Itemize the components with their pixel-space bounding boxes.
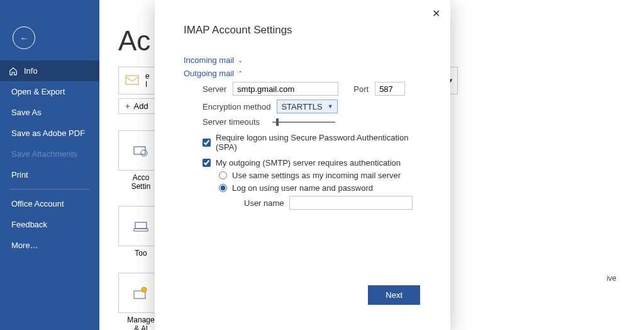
sidebar-item-save-attachments: Save Attachments <box>0 144 99 164</box>
spa-label: Require logon using Secure Password Auth… <box>216 133 429 152</box>
outgoing-label: Outgoing mail <box>184 69 234 78</box>
svg-point-6 <box>142 287 147 292</box>
sidebar-label: More… <box>11 241 38 250</box>
slider-thumb-icon[interactable] <box>276 118 279 126</box>
timeouts-label: Server timeouts <box>203 117 260 127</box>
server-label: Server <box>203 84 226 94</box>
sidebar-label: Print <box>11 170 28 179</box>
smtp-auth-checkbox[interactable] <box>203 159 211 167</box>
spa-checkbox[interactable] <box>203 139 211 147</box>
sidebar-label: Save As <box>11 108 42 117</box>
svg-point-2 <box>141 150 147 156</box>
svg-rect-3 <box>135 222 147 229</box>
username-input[interactable] <box>289 196 413 210</box>
chevron-up-icon: ⌃ <box>238 70 243 77</box>
manage-icon <box>133 286 149 300</box>
sidebar-item-office-account[interactable]: Office Account <box>0 193 99 214</box>
svg-rect-0 <box>126 76 138 84</box>
svg-rect-4 <box>134 229 148 231</box>
server-input[interactable] <box>233 82 338 96</box>
incoming-mail-toggle[interactable]: Incoming mail ⌄ <box>184 55 429 65</box>
chevron-down-icon: ⌄ <box>238 57 243 64</box>
smtp-auth-label: My outgoing (SMTP) server requires authe… <box>216 158 401 168</box>
back-arrow-icon: ← <box>20 33 28 43</box>
dialog-close-icon[interactable]: ✕ <box>432 8 440 20</box>
outgoing-mail-toggle[interactable]: Outgoing mail ⌃ <box>184 69 429 78</box>
mail-icon <box>125 75 139 86</box>
incoming-label: Incoming mail <box>184 55 234 65</box>
sidebar-label: Office Account <box>11 199 64 208</box>
dropdown-triangle-icon: ▼ <box>328 103 333 110</box>
dialog-title: IMAP Account Settings <box>184 24 429 37</box>
home-icon <box>9 67 18 76</box>
sidebar-item-info[interactable]: Info <box>0 60 99 81</box>
tools-icon <box>133 220 149 232</box>
add-account-button[interactable]: + Add <box>118 98 155 114</box>
radio-same-label: Use same settings as my incoming mail se… <box>232 171 401 180</box>
sidebar-item-save-as[interactable]: Save As <box>0 102 99 123</box>
plus-icon: + <box>125 101 130 111</box>
sidebar-item-open-export[interactable]: Open & Export <box>0 81 99 102</box>
encryption-select[interactable]: STARTTLS ▼ <box>277 100 337 113</box>
port-label: Port <box>353 84 369 94</box>
sidebar-item-more[interactable]: More… <box>0 235 99 256</box>
port-input[interactable] <box>375 82 405 96</box>
sidebar-label: Save Attachments <box>11 149 77 159</box>
svg-rect-1 <box>134 147 145 154</box>
sidebar-label: Open & Export <box>11 87 65 96</box>
back-button[interactable]: ← <box>13 26 35 49</box>
partial-text: ive <box>607 274 616 283</box>
sidebar-item-save-adobe-pdf[interactable]: Save as Adobe PDF <box>0 123 99 144</box>
username-label: User name <box>244 198 284 208</box>
imap-settings-dialog: ✕ IMAP Account Settings Incoming mail ⌄ … <box>155 0 450 330</box>
sidebar-label: Save as Adobe PDF <box>11 128 85 138</box>
encryption-label: Encryption method <box>203 102 270 111</box>
sidebar-label: Info <box>24 66 38 76</box>
account-text: e I <box>145 72 150 89</box>
next-button[interactable]: Next <box>368 285 420 305</box>
sidebar-label: Feedback <box>11 220 47 229</box>
radio-same-settings[interactable] <box>219 171 227 179</box>
sidebar-item-print[interactable]: Print <box>0 164 99 185</box>
sidebar-separator <box>10 189 89 190</box>
backstage-sidebar: ← Info Open & Export Save As Save as Ado… <box>0 0 99 330</box>
outgoing-form: Server Port Encryption method STARTTLS ▼… <box>184 82 429 210</box>
radio-logon-label: Log on using user name and password <box>232 183 373 193</box>
account-settings-icon <box>133 144 149 157</box>
encryption-value: STARTTLS <box>281 102 322 111</box>
sidebar-item-feedback[interactable]: Feedback <box>0 214 99 235</box>
timeouts-slider[interactable] <box>272 122 335 123</box>
add-label: Add <box>134 101 148 111</box>
radio-logon[interactable] <box>219 184 227 192</box>
